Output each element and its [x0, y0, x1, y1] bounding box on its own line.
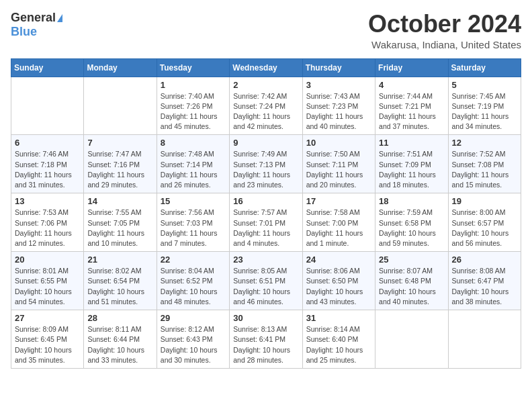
calendar-cell: 21Sunrise: 8:02 AM Sunset: 6:54 PM Dayli…: [84, 252, 157, 310]
calendar-week-row: 6Sunrise: 7:46 AM Sunset: 7:18 PM Daylig…: [11, 135, 521, 193]
day-number: 10: [306, 138, 371, 148]
day-number: 21: [87, 255, 152, 265]
col-wednesday: Wednesday: [230, 58, 302, 77]
day-number: 17: [306, 196, 371, 206]
day-number: 27: [15, 313, 80, 323]
day-number: 14: [87, 196, 152, 206]
calendar-cell: 6Sunrise: 7:46 AM Sunset: 7:18 PM Daylig…: [11, 135, 84, 193]
day-info: Sunrise: 7:47 AM Sunset: 7:16 PM Dayligh…: [87, 149, 152, 190]
calendar-cell: 22Sunrise: 8:04 AM Sunset: 6:52 PM Dayli…: [157, 252, 229, 310]
day-number: 18: [379, 196, 444, 206]
day-number: 9: [233, 138, 298, 148]
day-info: Sunrise: 7:52 AM Sunset: 7:08 PM Dayligh…: [452, 149, 517, 190]
calendar-week-row: 1Sunrise: 7:40 AM Sunset: 7:26 PM Daylig…: [11, 77, 521, 135]
calendar-header-row: Sunday Monday Tuesday Wednesday Thursday…: [11, 58, 521, 77]
day-number: 1: [161, 80, 226, 90]
day-info: Sunrise: 8:04 AM Sunset: 6:52 PM Dayligh…: [161, 266, 226, 307]
calendar-cell: 10Sunrise: 7:50 AM Sunset: 7:11 PM Dayli…: [302, 135, 375, 193]
calendar-cell: 13Sunrise: 7:53 AM Sunset: 7:06 PM Dayli…: [11, 193, 84, 252]
calendar-cell: 18Sunrise: 7:59 AM Sunset: 6:58 PM Dayli…: [375, 193, 448, 252]
day-info: Sunrise: 7:50 AM Sunset: 7:11 PM Dayligh…: [306, 149, 371, 190]
day-number: 8: [161, 138, 226, 148]
calendar-cell: [448, 310, 521, 369]
day-number: 13: [15, 196, 80, 206]
day-info: Sunrise: 7:40 AM Sunset: 7:26 PM Dayligh…: [161, 91, 226, 132]
logo-general-text: General: [11, 11, 56, 25]
day-info: Sunrise: 8:01 AM Sunset: 6:55 PM Dayligh…: [15, 266, 80, 307]
day-info: Sunrise: 8:06 AM Sunset: 6:50 PM Dayligh…: [306, 266, 371, 307]
day-info: Sunrise: 7:51 AM Sunset: 7:09 PM Dayligh…: [379, 149, 444, 190]
calendar-cell: 1Sunrise: 7:40 AM Sunset: 7:26 PM Daylig…: [157, 77, 229, 135]
day-number: 22: [161, 255, 226, 265]
day-info: Sunrise: 7:42 AM Sunset: 7:24 PM Dayligh…: [233, 91, 298, 132]
day-info: Sunrise: 7:55 AM Sunset: 7:05 PM Dayligh…: [87, 208, 152, 248]
calendar-cell: 17Sunrise: 7:58 AM Sunset: 7:00 PM Dayli…: [302, 193, 375, 252]
day-info: Sunrise: 7:56 AM Sunset: 7:03 PM Dayligh…: [161, 208, 226, 248]
day-info: Sunrise: 7:48 AM Sunset: 7:14 PM Dayligh…: [161, 149, 226, 190]
calendar-cell: 4Sunrise: 7:44 AM Sunset: 7:21 PM Daylig…: [375, 77, 448, 135]
day-number: 31: [306, 313, 371, 323]
col-monday: Monday: [84, 58, 157, 77]
day-number: 11: [379, 138, 444, 148]
day-number: 7: [87, 138, 152, 148]
calendar-cell: 26Sunrise: 8:08 AM Sunset: 6:47 PM Dayli…: [448, 252, 521, 310]
day-info: Sunrise: 8:14 AM Sunset: 6:40 PM Dayligh…: [306, 324, 371, 365]
day-number: 6: [15, 138, 80, 148]
day-number: 29: [161, 313, 226, 323]
day-info: Sunrise: 8:09 AM Sunset: 6:45 PM Dayligh…: [15, 324, 80, 365]
calendar-cell: 8Sunrise: 7:48 AM Sunset: 7:14 PM Daylig…: [157, 135, 229, 193]
calendar-cell: 2Sunrise: 7:42 AM Sunset: 7:24 PM Daylig…: [230, 77, 302, 135]
col-saturday: Saturday: [448, 58, 521, 77]
calendar-cell: 7Sunrise: 7:47 AM Sunset: 7:16 PM Daylig…: [84, 135, 157, 193]
day-number: 12: [452, 138, 517, 148]
day-number: 15: [161, 196, 226, 206]
day-info: Sunrise: 8:12 AM Sunset: 6:43 PM Dayligh…: [161, 324, 226, 365]
calendar-cell: 24Sunrise: 8:06 AM Sunset: 6:50 PM Dayli…: [302, 252, 375, 310]
day-info: Sunrise: 7:46 AM Sunset: 7:18 PM Dayligh…: [15, 149, 80, 190]
col-friday: Friday: [375, 58, 448, 77]
col-thursday: Thursday: [302, 58, 375, 77]
day-number: 25: [379, 255, 444, 265]
day-info: Sunrise: 7:58 AM Sunset: 7:00 PM Dayligh…: [306, 208, 371, 248]
calendar-cell: 27Sunrise: 8:09 AM Sunset: 6:45 PM Dayli…: [11, 310, 84, 369]
day-number: 19: [452, 196, 517, 206]
title-block: October 2024 Wakarusa, Indiana, United S…: [368, 11, 521, 50]
day-number: 28: [87, 313, 152, 323]
day-info: Sunrise: 7:59 AM Sunset: 6:58 PM Dayligh…: [379, 208, 444, 248]
calendar-cell: 16Sunrise: 7:57 AM Sunset: 7:01 PM Dayli…: [230, 193, 302, 252]
location-text: Wakarusa, Indiana, United States: [368, 39, 521, 50]
day-number: 3: [306, 80, 371, 90]
calendar-cell: 3Sunrise: 7:43 AM Sunset: 7:23 PM Daylig…: [302, 77, 375, 135]
calendar-cell: 25Sunrise: 8:07 AM Sunset: 6:48 PM Dayli…: [375, 252, 448, 310]
calendar-table: Sunday Monday Tuesday Wednesday Thursday…: [11, 58, 521, 369]
calendar-cell: [84, 77, 157, 135]
calendar-body: 1Sunrise: 7:40 AM Sunset: 7:26 PM Daylig…: [11, 77, 521, 368]
day-number: 2: [233, 80, 298, 90]
calendar-cell: 12Sunrise: 7:52 AM Sunset: 7:08 PM Dayli…: [448, 135, 521, 193]
col-sunday: Sunday: [11, 58, 84, 77]
day-info: Sunrise: 8:00 AM Sunset: 6:57 PM Dayligh…: [452, 208, 517, 248]
logo-icon: [57, 14, 62, 22]
day-number: 16: [233, 196, 298, 206]
calendar-cell: 5Sunrise: 7:45 AM Sunset: 7:19 PM Daylig…: [448, 77, 521, 135]
calendar-cell: 28Sunrise: 8:11 AM Sunset: 6:44 PM Dayli…: [84, 310, 157, 369]
day-info: Sunrise: 8:07 AM Sunset: 6:48 PM Dayligh…: [379, 266, 444, 307]
calendar-cell: 15Sunrise: 7:56 AM Sunset: 7:03 PM Dayli…: [157, 193, 229, 252]
page-header: General Blue October 2024 Wakarusa, Indi…: [11, 11, 521, 50]
calendar-week-row: 20Sunrise: 8:01 AM Sunset: 6:55 PM Dayli…: [11, 252, 521, 310]
day-info: Sunrise: 8:05 AM Sunset: 6:51 PM Dayligh…: [233, 266, 298, 307]
calendar-cell: 19Sunrise: 8:00 AM Sunset: 6:57 PM Dayli…: [448, 193, 521, 252]
logo: General Blue: [11, 11, 62, 39]
calendar-cell: 9Sunrise: 7:49 AM Sunset: 7:13 PM Daylig…: [230, 135, 302, 193]
day-info: Sunrise: 7:45 AM Sunset: 7:19 PM Dayligh…: [452, 91, 517, 132]
day-info: Sunrise: 8:08 AM Sunset: 6:47 PM Dayligh…: [452, 266, 517, 307]
calendar-cell: 29Sunrise: 8:12 AM Sunset: 6:43 PM Dayli…: [157, 310, 229, 369]
day-info: Sunrise: 8:13 AM Sunset: 6:41 PM Dayligh…: [233, 324, 298, 365]
logo-blue-text: Blue: [11, 25, 37, 39]
day-number: 23: [233, 255, 298, 265]
col-tuesday: Tuesday: [157, 58, 229, 77]
day-info: Sunrise: 8:11 AM Sunset: 6:44 PM Dayligh…: [87, 324, 152, 365]
day-info: Sunrise: 7:43 AM Sunset: 7:23 PM Dayligh…: [306, 91, 371, 132]
calendar-cell: 23Sunrise: 8:05 AM Sunset: 6:51 PM Dayli…: [230, 252, 302, 310]
day-info: Sunrise: 7:57 AM Sunset: 7:01 PM Dayligh…: [233, 208, 298, 248]
